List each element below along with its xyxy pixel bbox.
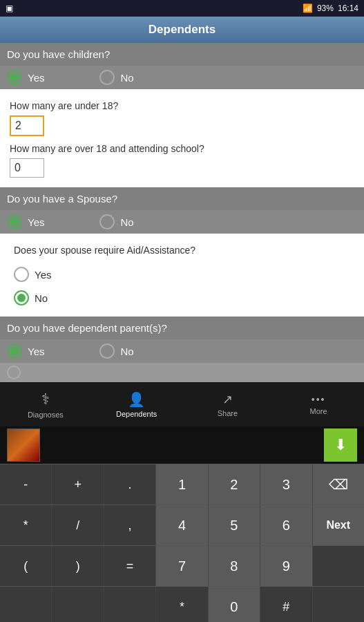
children-question: Do you have children? (7, 48, 110, 60)
time-label: 16:14 (338, 3, 358, 13)
key-equals[interactable]: = (104, 546, 156, 586)
children-yes-label: Yes (28, 72, 44, 84)
nav-share[interactable]: ↗ Share (182, 382, 274, 426)
key-7[interactable]: 7 (156, 546, 208, 586)
key-next[interactable]: Next (313, 505, 364, 545)
children-yes-option[interactable]: Yes (7, 70, 44, 85)
partial-radio (7, 366, 21, 379)
key-slash[interactable]: / (52, 505, 104, 545)
key-star[interactable]: * (156, 587, 208, 622)
spouse-no-label: No (120, 216, 133, 228)
children-details: How many are under 18? How many are over… (0, 89, 364, 187)
partial-row (0, 363, 364, 382)
wifi-icon: 📶 (303, 3, 313, 13)
aid-yes-option[interactable]: Yes (14, 263, 350, 286)
key-3[interactable]: 3 (260, 464, 312, 505)
status-bar: ▣ 📶 93% 16:14 (0, 0, 364, 17)
key-row-2: * / , 4 5 6 Next (0, 505, 364, 545)
aid-no-radio[interactable] (14, 290, 29, 305)
nav-more[interactable]: ••• More (273, 382, 364, 426)
key-close-paren[interactable]: ) (52, 546, 104, 586)
dependent-section-header: Do you have dependent parent(s)? (0, 317, 364, 339)
dependent-no-label: No (120, 346, 133, 357)
dependent-yes-radio[interactable] (7, 343, 22, 359)
spouse-question: Do you have a Spouse? (7, 193, 117, 205)
key-dot[interactable]: . (104, 464, 156, 505)
spouse-yes-option[interactable]: Yes (7, 214, 44, 229)
key-empty-5 (313, 587, 364, 622)
dependent-yes-option[interactable]: Yes (7, 343, 44, 359)
aid-question: Does your spouse require Aid/Assistance? (14, 241, 350, 257)
key-9[interactable]: 9 (260, 546, 312, 586)
key-6[interactable]: 6 (260, 505, 312, 545)
key-comma[interactable]: , (104, 505, 156, 545)
dependent-no-option[interactable]: No (99, 343, 133, 359)
spouse-yes-radio[interactable] (7, 214, 22, 229)
page-title: Dependents (149, 23, 215, 37)
key-empty-3 (52, 587, 104, 622)
nav-diagnoses-label: Diagnoses (28, 411, 64, 419)
spouse-no-radio[interactable] (99, 214, 115, 229)
diagnoses-icon: ⚕ (41, 390, 50, 408)
children-radio-row: Yes No (0, 66, 364, 89)
download-bar: ⬇ (0, 426, 364, 464)
more-icon: ••• (312, 394, 326, 405)
key-plus[interactable]: + (52, 464, 104, 505)
children-yes-radio[interactable] (7, 70, 22, 85)
nav-share-label: Share (218, 409, 238, 417)
children-no-option[interactable]: No (99, 70, 133, 85)
spouse-aid-section: Does your spouse require Aid/Assistance?… (0, 234, 364, 317)
key-asterisk[interactable]: * (0, 505, 52, 545)
key-row-1: - + . 1 2 3 ⌫ (0, 464, 364, 505)
children-no-label: No (120, 72, 133, 84)
download-button[interactable]: ⬇ (324, 428, 357, 462)
page-header: Dependents (0, 17, 364, 43)
nav-dependents[interactable]: 👤 Dependents (91, 382, 182, 426)
nav-more-label: More (310, 407, 327, 415)
key-4[interactable]: 4 (156, 505, 208, 545)
key-5[interactable]: 5 (209, 505, 260, 545)
key-hash[interactable]: # (260, 587, 312, 622)
status-right: 📶 93% 16:14 (303, 3, 358, 13)
battery-label: 93% (317, 3, 334, 13)
spouse-section-header: Do you have a Spouse? (0, 187, 364, 210)
key-2[interactable]: 2 (209, 464, 260, 505)
nav-dependents-label: Dependents (116, 410, 157, 418)
dependent-question: Do you have dependent parent(s)? (7, 322, 167, 334)
key-8[interactable]: 8 (209, 546, 260, 586)
status-left: ▣ (6, 3, 13, 13)
key-empty-1 (313, 546, 364, 586)
nav-diagnoses[interactable]: ⚕ Diagnoses (0, 382, 91, 426)
over18-label: How many are over 18 and attending schoo… (10, 139, 354, 156)
bottom-nav: ⚕ Diagnoses 👤 Dependents ↗ Share ••• Mor… (0, 382, 364, 426)
key-row-3: ( ) = 7 8 9 (0, 545, 364, 586)
numeric-keyboard: - + . 1 2 3 ⌫ * / , 4 5 6 Next ( ) = 7 8… (0, 464, 364, 622)
over18-input[interactable] (10, 158, 44, 178)
dependent-yes-label: Yes (28, 346, 44, 357)
key-empty-2 (0, 587, 52, 622)
dependent-no-radio[interactable] (99, 343, 115, 359)
key-0[interactable]: 0 (209, 587, 260, 622)
screen-icon: ▣ (6, 3, 13, 13)
dependents-icon: 👤 (128, 391, 145, 408)
aid-no-label: No (35, 292, 48, 304)
aid-yes-label: Yes (35, 269, 51, 281)
key-backspace[interactable]: ⌫ (313, 464, 364, 505)
children-no-radio[interactable] (99, 70, 115, 85)
spouse-yes-label: Yes (28, 216, 44, 228)
under18-label: How many are under 18? (10, 96, 354, 113)
key-minus[interactable]: - (0, 464, 52, 505)
key-empty-4 (104, 587, 156, 622)
children-section-header: Do you have children? (0, 43, 364, 66)
under18-input[interactable] (10, 115, 44, 136)
dependent-radio-row: Yes No (0, 339, 364, 363)
key-1[interactable]: 1 (156, 464, 208, 505)
media-thumbnail (7, 428, 40, 462)
download-icon: ⬇ (334, 436, 347, 454)
share-icon: ↗ (222, 392, 233, 407)
aid-yes-radio[interactable] (14, 267, 29, 282)
key-row-4: * 0 # (0, 586, 364, 622)
key-open-paren[interactable]: ( (0, 546, 52, 586)
aid-no-option[interactable]: No (14, 286, 350, 310)
spouse-no-option[interactable]: No (99, 214, 133, 229)
